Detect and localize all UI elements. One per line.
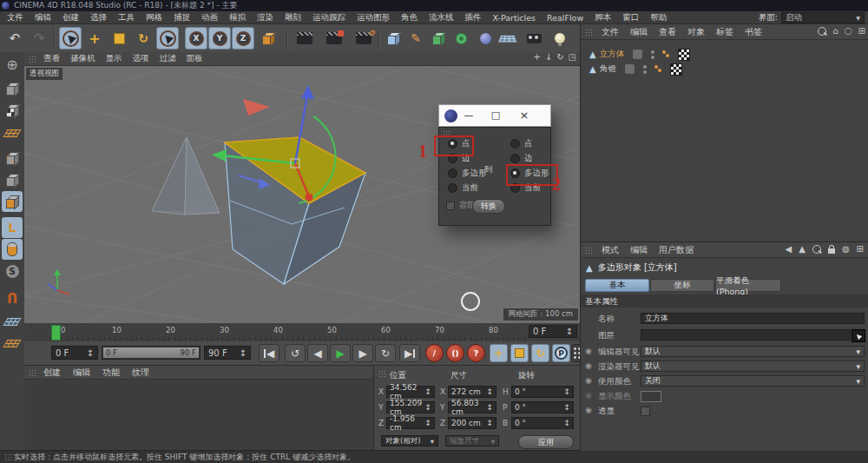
radio-from-polygons[interactable]: 多边形 — [448, 168, 487, 179]
om-menu-bookmarks[interactable]: 书签 — [745, 26, 762, 38]
render-picture-viewer-button[interactable] — [323, 27, 345, 50]
om-menu-edit[interactable]: 编辑 — [630, 26, 648, 38]
vp-menu-panel[interactable]: 面板 — [187, 53, 203, 64]
texture-tag-icon[interactable] — [670, 63, 682, 76]
prev-frame-button[interactable]: ◀ — [307, 344, 328, 362]
pos-y-field[interactable]: 155.209 cm↕ — [386, 401, 435, 413]
render-settings-button[interactable]: ⚙ — [352, 27, 375, 50]
dialog-title-bar[interactable]: — □ × — [438, 104, 551, 127]
tab-phong[interactable]: 平滑着色(Phong) — [715, 279, 781, 292]
rotate-view-icon[interactable]: ↻ — [556, 52, 563, 62]
tab-basic[interactable]: 基本 — [585, 279, 649, 292]
menu-mograph[interactable]: 运动图形 — [357, 12, 390, 23]
home-icon[interactable]: ⌂ — [832, 26, 838, 36]
panel-drag-handle[interactable] — [29, 369, 36, 377]
menu-plugins[interactable]: 插件 — [465, 12, 482, 23]
rot-p-field[interactable]: 0 °↕ — [511, 401, 574, 413]
vp-menu-options[interactable]: 选项 — [133, 53, 149, 64]
workplane-grid-button[interactable] — [2, 311, 23, 332]
globe-icon[interactable]: ◍ — [842, 244, 850, 254]
anim-dot-icon[interactable]: ◉ — [585, 361, 592, 370]
layer-field[interactable] — [641, 329, 851, 341]
mat-menu-edit[interactable]: 编辑 — [73, 367, 90, 379]
maximize-button[interactable]: □ — [480, 104, 511, 127]
object-name[interactable]: 角锥 — [600, 63, 616, 75]
interface-dropdown[interactable]: 启动 ▾ — [781, 12, 865, 23]
menu-snap[interactable]: 捕捉 — [174, 12, 190, 23]
camera-button[interactable] — [523, 27, 545, 50]
last-used-tool[interactable] — [156, 27, 179, 50]
key-position-toggle[interactable]: + — [490, 344, 508, 362]
mat-menu-texture[interactable]: 纹理 — [132, 367, 149, 379]
menu-tools[interactable]: 工具 — [118, 12, 135, 23]
pyramid-object[interactable] — [152, 137, 220, 215]
menu-character[interactable]: 角色 — [401, 12, 418, 23]
key-parameter-toggle[interactable]: P — [552, 344, 570, 362]
goto-next-key-button[interactable]: ↻ — [375, 344, 396, 362]
snap-button[interactable]: S — [2, 261, 23, 281]
texture-tag-icon[interactable] — [678, 49, 690, 61]
texture-mode-button[interactable] — [2, 100, 23, 121]
redo-button[interactable]: ↷ — [28, 27, 50, 50]
keyframe-selection-button[interactable]: ? — [467, 344, 485, 362]
object-row-pyramid[interactable]: ▲ 角锥 — [589, 63, 682, 76]
floor-button[interactable] — [496, 27, 519, 50]
object-row-cube[interactable]: ▲ 立方体 — [589, 48, 690, 61]
tolerance-checkbox[interactable]: 容限 — [446, 200, 476, 211]
goto-prev-key-button[interactable]: ↺ — [285, 344, 306, 362]
magnet-snap-button[interactable]: U — [2, 287, 23, 308]
rot-b-field[interactable]: 0 °↕ — [511, 417, 574, 429]
play-button[interactable]: ▶ — [330, 344, 351, 362]
layer-picker-button[interactable] — [852, 329, 865, 342]
convert-button[interactable]: 转换 — [472, 199, 505, 214]
make-editable-button[interactable]: ⊕ — [2, 54, 23, 75]
vp-menu-view[interactable]: 查看 — [43, 53, 60, 64]
end-frame-field[interactable]: 90 F↕ — [204, 346, 251, 360]
range-thumb[interactable]: 0 F 90 F — [103, 347, 199, 358]
section-basic-properties[interactable]: 基本属性 — [581, 294, 868, 308]
z-axis-lock[interactable]: Z — [232, 27, 254, 50]
mat-menu-function[interactable]: 功能 — [102, 367, 120, 379]
radio-from-current[interactable]: 当前 — [448, 182, 478, 194]
layer-tag-icon[interactable] — [625, 64, 635, 74]
pos-x-field[interactable]: 34.562 cm↕ — [386, 386, 435, 398]
coordinate-system-button[interactable] — [257, 27, 279, 50]
menu-animate[interactable]: 动画 — [201, 12, 218, 23]
om-menu-object[interactable]: 对象 — [687, 26, 705, 38]
vp-menu-filter[interactable]: 过滤 — [160, 53, 176, 64]
rot-h-field[interactable]: 0 °↕ — [511, 386, 574, 398]
enable-axis-button[interactable]: L — [2, 217, 23, 238]
polygons-mode-button[interactable] — [2, 191, 23, 212]
goto-end-button[interactable]: ▶ — [399, 344, 420, 362]
generators-button[interactable] — [427, 27, 450, 50]
anim-dot-icon[interactable]: ◉ — [585, 347, 592, 355]
menu-help[interactable]: 帮助 — [650, 12, 667, 23]
om-menu-view[interactable]: 查看 — [659, 26, 676, 38]
points-mode-button[interactable] — [2, 148, 23, 169]
filter-eye-icon[interactable]: ◯ — [845, 27, 852, 35]
anim-dot-icon[interactable]: ◉ — [585, 376, 592, 385]
x-axis-lock[interactable]: X — [185, 27, 207, 50]
environment-button[interactable] — [474, 27, 496, 50]
menu-realflow[interactable]: RealFlow — [547, 13, 583, 23]
render-visible-dropdown[interactable]: 默认▾ — [641, 360, 865, 372]
size-z-field[interactable]: 200 cm↕ — [448, 417, 496, 429]
goto-start-button[interactable]: ◀ — [259, 344, 279, 362]
deformers-button[interactable] — [450, 27, 472, 50]
search-icon[interactable] — [812, 245, 821, 254]
render-view-button[interactable] — [293, 27, 316, 50]
frame-spinner[interactable]: 0 F ↕ — [529, 325, 577, 338]
light-button[interactable] — [549, 27, 571, 50]
preview-range-slider[interactable]: 0 F 90 F — [102, 346, 201, 360]
menu-edit[interactable]: 编辑 — [35, 12, 51, 23]
lock-icon[interactable] — [828, 248, 835, 254]
view-label[interactable]: 透视视图 — [26, 68, 62, 80]
expand-panel-icon[interactable]: ⊞ — [858, 26, 865, 36]
mat-menu-create[interactable]: 创建 — [43, 367, 61, 379]
editor-visible-dropdown[interactable]: 默认▾ — [641, 346, 865, 357]
menu-file[interactable]: 文件 — [7, 12, 23, 23]
visibility-dots[interactable] — [643, 65, 647, 74]
search-icon[interactable] — [818, 27, 826, 36]
tab-coordinates[interactable]: 坐标 — [650, 279, 714, 292]
layer-tag-icon[interactable] — [633, 50, 642, 59]
